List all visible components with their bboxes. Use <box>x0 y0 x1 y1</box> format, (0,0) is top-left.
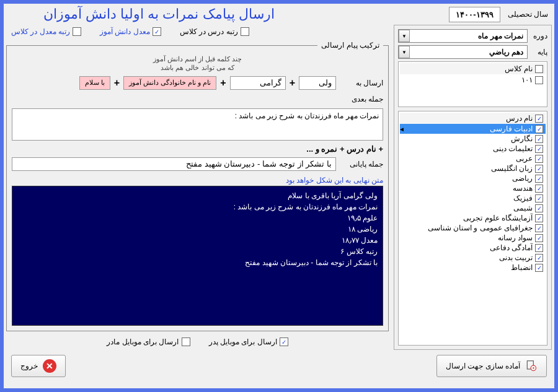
preview-label: متن نهایی به این شکل خواهد بود <box>12 176 383 185</box>
checkbox-icon[interactable] <box>535 76 543 84</box>
subject-row[interactable]: ✓جغرافیای عمومی و استان شناسی <box>400 223 546 233</box>
subject-label: زبان انگلیسی <box>402 164 533 173</box>
checkbox-icon: ✓ <box>280 338 288 346</box>
class-row[interactable]: ۱۰۱ <box>400 74 546 85</box>
closing-row: جمله پایانی <box>12 157 383 171</box>
next-sentence-label: جمله بعدی <box>340 95 383 103</box>
subjects-header: ✓ نام درس <box>400 113 546 124</box>
app-frame: سال تحصیلی ۱۴۰۰-۱۳۹۹ ارسال پیامک نمرات ب… <box>0 0 558 392</box>
closing-input[interactable] <box>12 157 336 171</box>
subject-row[interactable]: ✓شیمی <box>400 203 546 213</box>
subject-row[interactable]: ✓آمادگی دفاعی <box>400 243 546 253</box>
subjects-list: ✓ نام درس ✓ادبیات فارسی✓نگارش✓تعلیمات دی… <box>398 111 547 346</box>
filters-panel: دوره نمرات مهر ماه ▼ پایه دهم رياضي ▼ نا… <box>394 25 552 350</box>
opt-send-father[interactable]: ✓ ارسال برای موبایل پدر <box>209 338 288 346</box>
subject-row[interactable]: ✓انضباط <box>400 263 546 272</box>
subject-row[interactable]: ✓سواد رسانه <box>400 233 546 243</box>
send-to-input[interactable] <box>299 76 336 90</box>
checkbox-icon[interactable]: ✓ <box>535 214 543 222</box>
greeting-line: ارسال به + + نام و نام خانوادگی دانش آمو… <box>12 76 383 90</box>
class-header: نام کلاس <box>400 63 546 74</box>
plus-icon: + <box>290 77 295 89</box>
subject-row[interactable]: ✓تعلیمات دینی <box>400 144 546 154</box>
checkbox-icon <box>73 27 81 36</box>
subject-row[interactable]: ✓ادبیات فارسی <box>400 124 546 134</box>
send-to-label: ارسال به <box>340 79 383 87</box>
period-label: دوره <box>530 32 547 40</box>
checkbox-icon[interactable]: ✓ <box>535 135 543 143</box>
checkbox-icon[interactable]: ✓ <box>535 244 543 252</box>
subject-row[interactable]: ✓نگارش <box>400 134 546 144</box>
subject-label: آزمایشگاه علوم تجربی <box>402 214 533 222</box>
next-sentence-row: جمله بعدی <box>12 95 383 103</box>
salam-placeholder: با سلام <box>79 76 110 90</box>
subject-score-label: + نام درس + نمره و ... <box>12 141 383 157</box>
opt-rank-class[interactable]: رتبه درس در کلاس <box>180 27 249 36</box>
opt-send-mother[interactable]: ارسال برای موبایل مادر <box>107 338 190 346</box>
closing-label: جمله پایانی <box>340 160 383 168</box>
subjects-all-checkbox[interactable]: ✓ <box>535 115 543 123</box>
class-list: نام کلاس ۱۰۱ <box>398 61 547 107</box>
checkbox-icon[interactable]: ✓ <box>535 204 543 212</box>
checkbox-icon[interactable]: ✓ <box>535 224 543 232</box>
checkbox-icon: ✓ <box>153 27 161 36</box>
prepare-button[interactable]: آماده سازی جهت ارسال <box>436 355 547 377</box>
student-name-placeholder: نام و نام خانوادگی دانش آموز <box>123 76 216 90</box>
checkbox-icon <box>241 27 249 36</box>
checkbox-icon[interactable]: ✓ <box>535 165 543 173</box>
checkbox-icon[interactable]: ✓ <box>535 254 543 262</box>
svg-point-2 <box>533 367 534 369</box>
checkbox-icon[interactable]: ✓ <box>535 125 543 133</box>
opt-avg-rank-class[interactable]: رتبه معدل در کلاس <box>11 27 81 36</box>
hint-text: چند کلمه قبل از اسم دانش آموز که می توان… <box>12 54 383 72</box>
next-sentence-input[interactable]: نمرات مهر ماه فرزندتان به شرح زیر می باش… <box>12 108 383 141</box>
grade-value: دهم رياضي <box>410 48 527 56</box>
subject-row[interactable]: ✓آزمایشگاه علوم تجربی <box>400 213 546 223</box>
subject-row[interactable]: ✓زبان انگلیسی <box>400 163 546 173</box>
greeting-input[interactable] <box>230 76 286 90</box>
checkbox-icon[interactable]: ✓ <box>535 234 543 242</box>
plus-icon: + <box>114 77 120 89</box>
subject-row[interactable]: ✓عربی <box>400 154 546 163</box>
close-icon: ✕ <box>43 359 56 373</box>
exit-button[interactable]: ✕ خروج <box>11 355 66 377</box>
subject-row[interactable]: ✓فیزیک <box>400 193 546 203</box>
chevron-down-icon[interactable]: ▼ <box>399 30 410 42</box>
class-label: ۱۰۱ <box>521 76 533 84</box>
subject-row[interactable]: ✓هندسه <box>400 183 546 193</box>
chevron-down-icon[interactable]: ▼ <box>399 46 410 58</box>
grade-row: پایه دهم رياضي ▼ <box>398 45 547 59</box>
checkbox-icon[interactable]: ✓ <box>535 175 543 183</box>
compose-fieldset: ترکیب پیام ارسالی چند کلمه قبل از اسم دا… <box>6 41 389 331</box>
class-all-checkbox[interactable] <box>535 65 543 73</box>
checkbox-icon <box>182 338 190 346</box>
year-label: سال تحصیلی <box>504 7 552 21</box>
subject-label: شیمی <box>402 204 533 212</box>
subject-label: نگارش <box>402 134 533 143</box>
grade-dropdown[interactable]: دهم رياضي ▼ <box>398 45 528 59</box>
checkbox-icon[interactable]: ✓ <box>535 264 543 272</box>
checkbox-icon[interactable]: ✓ <box>535 145 543 153</box>
subject-row[interactable]: ✓تربیت بدنی <box>400 253 546 263</box>
subject-label: آمادگی دفاعی <box>402 243 533 252</box>
page-title: ارسال پیامک نمرات به اولیا دانش آموزان <box>43 6 275 22</box>
checkbox-icon[interactable]: ✓ <box>535 185 543 193</box>
period-dropdown[interactable]: نمرات مهر ماه ▼ <box>398 29 528 43</box>
subject-row[interactable]: ✓ریاضی <box>400 173 546 183</box>
plus-icon: + <box>220 77 226 89</box>
subject-label: سواد رسانه <box>402 233 533 242</box>
grade-label: پایه <box>530 48 547 56</box>
buttons-row: آماده سازی جهت ارسال ✕ خروج <box>6 352 552 380</box>
checkbox-icon[interactable]: ✓ <box>535 155 543 163</box>
checkbox-icon[interactable]: ✓ <box>535 194 543 203</box>
opt-avg-student[interactable]: ✓ معدل دانش آموز <box>100 27 161 36</box>
compose-legend: ترکیب پیام ارسالی <box>317 41 383 50</box>
year-value: ۱۴۰۰-۱۳۹۹ <box>449 7 500 22</box>
header: سال تحصیلی ۱۴۰۰-۱۳۹۹ ارسال پیامک نمرات ب… <box>6 6 552 22</box>
subjects-header-label: نام درس <box>506 114 533 123</box>
subject-label: تربیت بدنی <box>402 253 533 262</box>
subject-label: ادبیات فارسی <box>402 124 533 133</box>
period-row: دوره نمرات مهر ماه ▼ <box>398 29 547 43</box>
subject-label: انضباط <box>402 263 533 272</box>
period-value: نمرات مهر ماه <box>410 32 527 40</box>
